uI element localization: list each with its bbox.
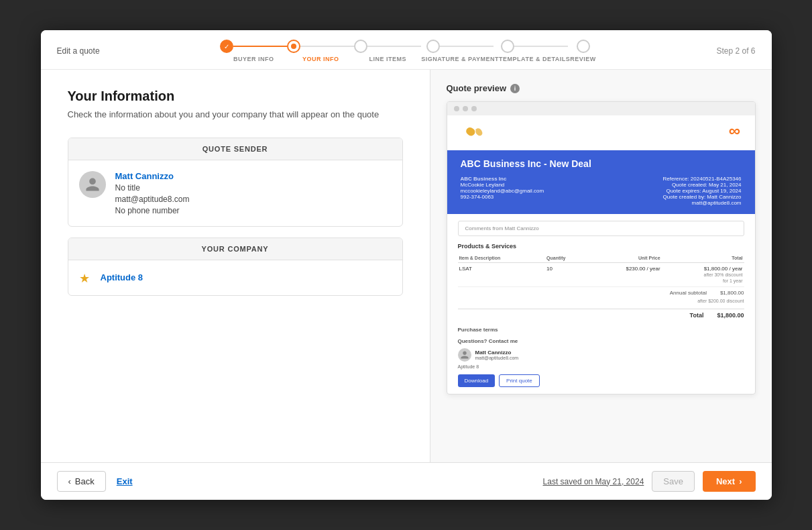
step-review[interactable]: REVIEW [570,40,596,62]
left-panel: Your Information Check the information a… [41,70,430,462]
stepper-bar: Edit a quote BUYER INFO YOUR INFO [41,30,772,70]
dot-2 [463,106,468,111]
step-circle-signature [426,40,440,53]
doc-ref-col: Reference: 20240521-B4A25346 Quote creat… [607,176,742,206]
back-label: Back [75,476,95,486]
annual-subtotal-label: Annual subtotal [670,290,707,296]
right-panel: Quote preview i [430,70,772,462]
sender-email: matt@aptitude8.com [115,195,190,204]
doc-products-table: Item & Description Quantity Unit Price T… [458,254,744,287]
step-circle-your-info [287,40,300,53]
step-line-5 [514,46,568,47]
doc-buyer-phone: 992-374-0063 [461,194,595,200]
sender-name[interactable]: Matt Cannizzo [115,171,190,181]
step-line-4 [440,46,494,47]
info-icon[interactable]: i [510,84,520,93]
step-template-details[interactable]: TEMPLATE & DETAILS [499,40,570,62]
col-total: Total [662,254,744,263]
doc-questions-label: Questions? Contact me [458,338,744,344]
last-saved-text[interactable]: Last saved on May 21, 2024 [543,477,644,486]
doc-header-blue: ABC Business Inc - New Deal ABC Business… [447,150,755,214]
company-star-icon: ★ [79,271,93,284]
doc-buyer-contact-label: McCookie Leyland [461,182,595,188]
step-label-signature: SIGNATURE & PAYMENT [421,56,499,62]
footer-bar: ‹ Back Exit Last saved on May 21, 2024 S… [41,462,772,500]
page-description: Check the information about you and your… [68,108,403,121]
save-button: Save [652,471,695,492]
logo-left [461,124,487,142]
doc-quote-title: ABC Business Inc - New Deal [461,158,742,169]
preview-title-bar: Quote preview i [447,83,756,93]
person-icon [84,176,101,193]
total-value: $1,800.00 [717,312,744,319]
step-label-review: REVIEW [570,56,596,62]
download-button[interactable]: Download [458,374,496,387]
your-company-header: YOUR COMPANY [68,238,402,260]
logo-right: ∞ [728,122,742,144]
next-label: Next [716,476,735,486]
sender-title: No title [115,183,190,193]
step-circle-review [577,40,590,53]
back-button[interactable]: ‹ Back [57,471,106,492]
col-qty: Quantity [545,254,588,263]
quote-sender-header: QUOTE SENDER [68,138,402,160]
doc-buyer-company-label: ABC Business Inc [461,176,595,182]
sender-info: Matt Cannizzo No title matt@aptitude8.co… [115,171,190,215]
footer-right: Last saved on May 21, 2024 Save Next › [543,471,756,492]
back-chevron-icon: ‹ [68,476,71,486]
item-unit-price: $230.00 / year [588,263,661,287]
sender-phone: No phone number [115,206,190,215]
next-button[interactable]: Next › [703,471,756,492]
doc-purchase-terms: Purchase terms [458,327,744,333]
doc-expires: Quote expires: August 19, 2024 [607,188,742,194]
step-signature-payment[interactable]: SIGNATURE & PAYMENT [421,40,499,62]
main-window: Edit a quote BUYER INFO YOUR INFO [41,30,772,500]
doc-comments-box: Comments from Matt Cannizzo [458,221,744,236]
step-label-your-info: YOUR INFO [302,56,339,62]
step-your-info[interactable]: YOUR INFO [287,40,354,62]
doc-action-buttons: Download Print quote [458,374,744,387]
edit-quote-label: Edit a quote [57,46,100,56]
doc-contact-body: Matt Cannizzo matt@aptitude8.com [458,348,744,362]
doc-body: Comments from Matt Cannizzo Products & S… [447,214,755,394]
doc-contact-section: Questions? Contact me Matt Cannizzo matt… [458,338,744,369]
doc-buyer-email: mccookieleyland@abc@gmail.com [461,188,595,194]
step-buyer-info[interactable]: BUYER INFO [220,40,287,62]
print-quote-button[interactable]: Print quote [499,374,540,387]
step-line-1 [233,46,287,47]
col-price: Unit Price [588,254,661,263]
step-number: Step 2 of 6 [716,46,755,56]
brand-logo-right: ∞ [728,122,742,141]
svg-text:∞: ∞ [728,122,740,140]
table-row: LSAT 10 $230.00 / year $1,800.00 / year … [458,263,744,287]
item-total: $1,800.00 / year after 30% discountfor 1… [662,263,744,287]
item-discount-note: after 30% discountfor 1 year [704,272,743,283]
quote-document: ∞ ABC Business Inc - New Deal ABC Busine… [447,101,756,394]
annual-subtotal-value: $1,800.00 [720,290,744,296]
stepper: BUYER INFO YOUR INFO LINE ITEMS [111,40,706,62]
step-label-template: TEMPLATE & DETAILS [499,56,570,62]
step-label-buyer-info: BUYER INFO [233,56,274,62]
page-title: Your Information [68,89,403,104]
content-area: Your Information Check the information a… [41,70,772,462]
dot-1 [454,106,459,111]
company-name[interactable]: Aptitude 8 [101,272,143,282]
step-line-items[interactable]: LINE ITEMS [354,40,421,62]
step-line-2 [300,46,354,47]
step-circle-buyer-info [220,40,233,53]
preview-title-text: Quote preview [447,83,507,93]
sender-avatar [79,171,106,198]
contact-email: matt@aptitude8.com [475,356,519,360]
contact-person-icon [460,350,469,360]
item-name: LSAT [458,263,546,287]
doc-topbar [447,102,755,115]
exit-button[interactable]: Exit [117,476,133,486]
footer-left: ‹ Back Exit [57,471,133,492]
doc-buyer-col: ABC Business Inc McCookie Leyland mccook… [461,176,595,206]
doc-sender-email: matt@aptitude8.com [607,200,742,206]
doc-logos: ∞ [447,115,755,150]
doc-total: Total $1,800.00 [458,309,744,321]
col-item: Item & Description [458,254,546,263]
doc-two-col: ABC Business Inc McCookie Leyland mccook… [461,176,742,206]
your-company-card: YOUR COMPANY ★ Aptitude 8 [68,237,403,296]
